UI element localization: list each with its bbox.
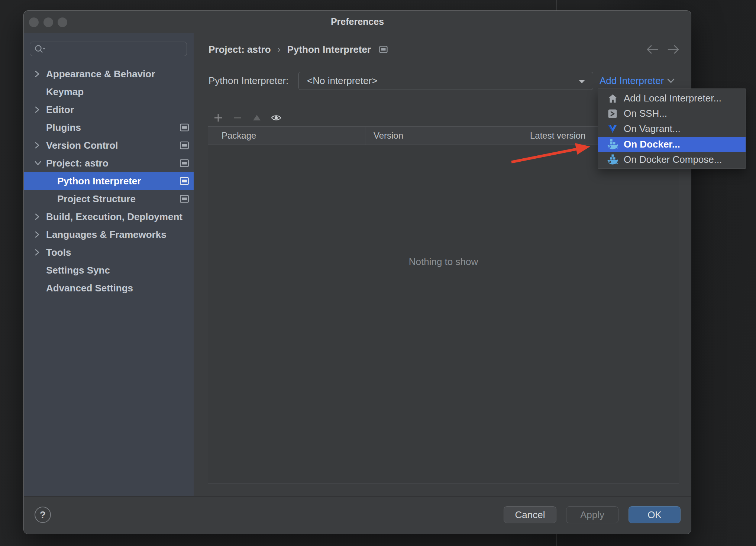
interpreter-row: Python Interpreter: <No interpreter> Add…: [209, 72, 691, 90]
sidebar-item-advanced-settings[interactable]: Advanced Settings: [24, 279, 194, 297]
chevron-right-icon: [34, 141, 40, 149]
sidebar-item-editor[interactable]: Editor: [24, 101, 194, 119]
sidebar-item-version-control[interactable]: Version Control: [24, 136, 194, 154]
dialog-footer: ? Cancel Apply OK: [24, 496, 691, 534]
add-interpreter-menu: Add Local Interpreter... On SSH... On Va…: [598, 88, 746, 169]
sidebar-item-languages-frameworks[interactable]: Languages & Frameworks: [24, 226, 194, 243]
monitor-icon: [180, 195, 189, 203]
chevron-right-icon: [34, 70, 40, 78]
sidebar-item-label: Project: astro: [46, 158, 109, 169]
settings-sidebar: Appearance & Behavior Keymap Editor Plug…: [24, 33, 194, 496]
window-title: Preferences: [24, 11, 691, 33]
monitor-icon: [180, 159, 189, 167]
sidebar-item-keymap[interactable]: Keymap: [24, 83, 194, 101]
menu-item-on-ssh[interactable]: On SSH...: [598, 106, 746, 121]
menu-item-label: On Docker...: [624, 139, 680, 150]
chevron-down-icon: [667, 78, 675, 83]
monitor-icon: [379, 46, 388, 53]
sidebar-item-label: Languages & Frameworks: [46, 229, 167, 240]
chevron-right-icon: [34, 106, 40, 114]
chevron-right-icon: [34, 248, 40, 256]
sidebar-item-python-interpreter[interactable]: Python Interpreter: [24, 172, 194, 190]
add-interpreter-link[interactable]: Add Interpreter: [600, 72, 675, 90]
help-label: ?: [40, 509, 46, 521]
chevron-down-icon: [34, 160, 42, 167]
history-nav: [646, 42, 680, 57]
show-early-releases-button[interactable]: [271, 113, 281, 123]
sidebar-item-label: Settings Sync: [46, 265, 110, 276]
column-header-package[interactable]: Package: [208, 127, 365, 145]
help-button[interactable]: ?: [35, 507, 51, 523]
ok-button[interactable]: OK: [629, 506, 681, 523]
menu-item-on-docker-compose[interactable]: On Docker Compose...: [598, 152, 746, 167]
interpreter-value: <No interpreter>: [307, 75, 377, 87]
settings-search-input[interactable]: [30, 42, 187, 56]
menu-item-on-vagrant[interactable]: On Vagrant...: [598, 121, 746, 136]
chevron-right-icon: [34, 213, 40, 221]
sidebar-item-tools[interactable]: Tools: [24, 243, 194, 261]
menu-item-label: On SSH...: [624, 108, 667, 119]
menu-item-label: On Docker Compose...: [624, 154, 722, 165]
monitor-icon: [180, 142, 189, 149]
breadcrumb-page: Python Interpreter: [287, 44, 371, 55]
sidebar-item-project-astro[interactable]: Project: astro: [24, 154, 194, 172]
column-header-version[interactable]: Version: [365, 127, 522, 145]
home-icon: [606, 92, 619, 105]
sidebar-item-label: Editor: [46, 104, 74, 116]
search-icon: [34, 44, 45, 54]
breadcrumb-separator-icon: ›: [278, 44, 281, 55]
sidebar-item-plugins[interactable]: Plugins: [24, 119, 194, 136]
sidebar-item-appearance-behavior[interactable]: Appearance & Behavior: [24, 65, 194, 83]
sidebar-item-label: Project Structure: [57, 193, 136, 205]
eye-icon: [271, 113, 281, 122]
apply-label: Apply: [580, 509, 604, 521]
ssh-icon: [606, 107, 619, 120]
minus-icon: [233, 113, 242, 123]
titlebar: Preferences: [24, 11, 691, 33]
combobox-caret-icon: [578, 80, 585, 84]
apply-button[interactable]: Apply: [566, 506, 618, 523]
menu-item-label: Add Local Interpreter...: [624, 93, 721, 104]
vagrant-icon: [606, 123, 619, 135]
add-interpreter-label: Add Interpreter: [600, 75, 664, 87]
ok-label: OK: [647, 509, 662, 521]
sidebar-item-build-execution-deployment[interactable]: Build, Execution, Deployment: [24, 208, 194, 226]
add-package-button[interactable]: [213, 113, 223, 123]
sidebar-item-label: Tools: [46, 247, 71, 258]
upgrade-package-button[interactable]: [252, 113, 262, 123]
cancel-button[interactable]: Cancel: [504, 506, 556, 523]
back-arrow-icon[interactable]: [646, 45, 659, 54]
remove-package-button[interactable]: [232, 113, 243, 123]
settings-tree: Appearance & Behavior Keymap Editor Plug…: [24, 65, 194, 297]
sidebar-item-label: Version Control: [46, 140, 118, 151]
breadcrumb: Project: astro › Python Interpreter: [209, 42, 388, 57]
interpreter-select[interactable]: <No interpreter>: [298, 72, 593, 90]
monitor-icon: [180, 124, 189, 132]
sidebar-item-label: Advanced Settings: [46, 282, 133, 294]
sidebar-item-label: Appearance & Behavior: [46, 68, 155, 80]
sidebar-item-label: Keymap: [46, 86, 84, 98]
empty-table-message: Nothing to show: [208, 256, 679, 268]
up-triangle-icon: [252, 113, 262, 123]
interpreter-label: Python Interpreter:: [209, 75, 288, 87]
menu-item-add-local-interpreter[interactable]: Add Local Interpreter...: [598, 91, 746, 106]
sidebar-item-project-structure[interactable]: Project Structure: [24, 190, 194, 208]
docker-icon: [606, 138, 619, 151]
sidebar-item-label: Plugins: [46, 122, 81, 133]
docker-compose-icon: [606, 153, 619, 166]
preferences-window: Preferences Appearance & Behavior Keymap…: [23, 10, 691, 534]
sidebar-item-settings-sync[interactable]: Settings Sync: [24, 261, 194, 279]
plus-icon: [213, 113, 223, 123]
forward-arrow-icon[interactable]: [666, 45, 680, 54]
chevron-right-icon: [34, 230, 40, 239]
breadcrumb-project[interactable]: Project: astro: [209, 44, 271, 55]
menu-item-label: On Vagrant...: [624, 123, 681, 135]
sidebar-item-label: Python Interpreter: [57, 175, 141, 187]
sidebar-item-label: Build, Execution, Deployment: [46, 211, 182, 223]
menu-item-on-docker[interactable]: On Docker...: [598, 137, 746, 152]
monitor-icon: [180, 177, 189, 185]
cancel-label: Cancel: [515, 509, 545, 521]
